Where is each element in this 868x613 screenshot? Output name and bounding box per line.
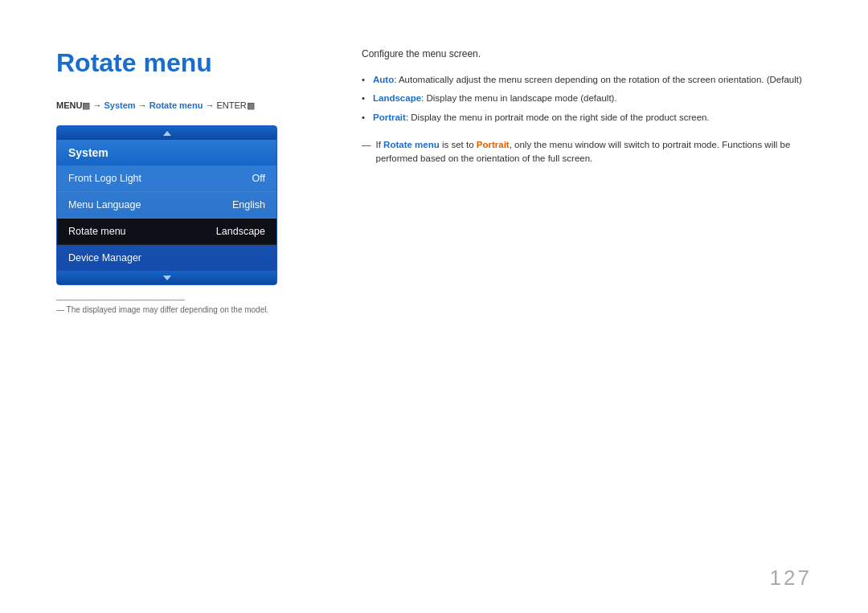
breadcrumb-menu: MENU [56,100,82,110]
keyword-auto: Auto [373,75,394,84]
bullet-landscape: Landscape: Display the menu in landscape… [362,89,820,108]
device-manager-label: Device Manager [68,252,141,264]
keyword-portrait: Portrait [373,112,406,122]
configure-text: Configure the menu screen. [362,48,820,59]
chevron-up-icon [163,131,171,136]
front-logo-value: Off [252,173,265,184]
rotate-menu-value: Landscape [216,226,265,237]
bullet-list: Auto: Automatically adjust the menu scre… [362,71,820,127]
front-logo-label: Front Logo Light [68,173,141,184]
bullet-auto-text: : Automatically adjust the menu screen d… [394,75,802,84]
note-block: ― If Rotate menu is set to Portrait, onl… [362,138,820,166]
menu-item-device-manager[interactable]: Device Manager [57,245,276,271]
system-menu-header: System [57,140,276,166]
system-header-label: System [68,146,108,159]
right-column: Configure the menu screen. Auto: Automat… [362,48,820,166]
disclaimer-divider [56,300,185,300]
menu-language-value: English [232,199,265,210]
note-keyword-rotate: Rotate menu [383,140,440,149]
bullet-portrait-text: : Display the menu in portrait mode on t… [406,112,710,122]
rotate-menu-label: Rotate menu [68,226,126,237]
page-number: 127 [770,566,812,591]
keyword-landscape: Landscape [373,93,421,103]
left-column: Rotate menu MENU▩ → System → Rotate menu… [56,48,330,314]
page-title: Rotate menu [56,48,330,78]
chevron-down-icon [163,276,171,280]
breadcrumb-rotate: Rotate menu [149,100,203,110]
bullet-auto: Auto: Automatically adjust the menu scre… [362,71,820,89]
disclaimer-text: ― The displayed image may differ dependi… [56,305,330,314]
breadcrumb-system: System [104,100,136,110]
bullet-landscape-text: : Display the menu in landscape mode (de… [421,93,617,103]
system-menu: System Front Logo Light Off Menu Languag… [56,125,277,285]
menu-item-menu-language[interactable]: Menu Language English [57,192,276,219]
bullet-portrait: Portrait: Display the menu in portrait m… [362,108,820,127]
menu-language-label: Menu Language [68,199,141,210]
note-text: If Rotate menu is set to Portrait, only … [376,138,821,166]
note-keyword-portrait: Portrait [477,140,510,149]
menu-item-front-logo[interactable]: Front Logo Light Off [57,166,276,192]
scroll-arrow-down [57,271,276,284]
menu-item-rotate-menu[interactable]: Rotate menu Landscape [57,219,276,245]
note-dash: ― [362,138,371,152]
scroll-arrow-up [57,126,276,140]
breadcrumb: MENU▩ → System → Rotate menu → ENTER▩ [56,100,330,111]
